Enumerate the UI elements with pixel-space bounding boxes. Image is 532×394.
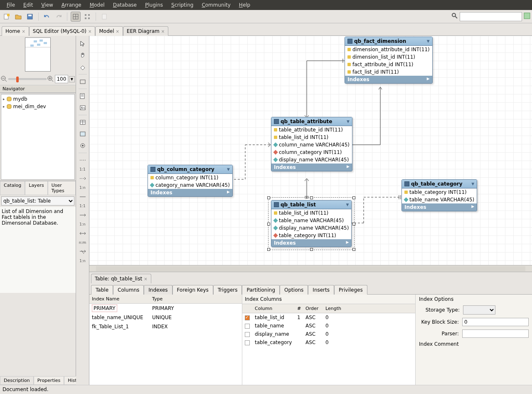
sidetab-catalog[interactable]: Catalog xyxy=(0,181,25,195)
grid-button[interactable] xyxy=(82,12,92,22)
menu-model[interactable]: Model xyxy=(86,0,109,10)
tool-rel-1-n-id[interactable] xyxy=(78,211,87,220)
zoom-input[interactable] xyxy=(55,75,68,83)
entity-qb-table-list[interactable]: qb_table_list▼ table_list_id INT(11) tab… xyxy=(271,200,352,247)
desctab-description[interactable]: Description xyxy=(0,376,34,385)
subtab-options[interactable]: Options xyxy=(280,285,308,295)
tool-rel-existing[interactable] xyxy=(78,247,87,256)
index-row[interactable]: table_name_UNIQUE UNIQUE xyxy=(89,313,242,322)
catalog-item-mei-dim-dev[interactable]: ▸ mei_dim_dev xyxy=(2,103,74,110)
navigator-preview[interactable] xyxy=(0,36,76,73)
arrow-right-icon[interactable]: ▶ xyxy=(346,240,349,246)
index-row-primary[interactable]: PRIMARY PRIMARY xyxy=(89,304,242,313)
redo-button[interactable] xyxy=(54,12,64,22)
index-column-row[interactable]: display_name ASC 0 xyxy=(242,330,415,338)
eer-canvas[interactable]: qb_fact_dimension▼ dimension_attribute_i… xyxy=(89,36,532,265)
subtab-triggers[interactable]: Triggers xyxy=(213,285,242,295)
index-column-row[interactable]: table_name ASC 0 xyxy=(242,322,415,330)
tool-layer[interactable] xyxy=(78,77,87,86)
close-icon[interactable]: × xyxy=(22,29,25,34)
sidetab-user-types[interactable]: User Types xyxy=(48,181,76,195)
editor-tab[interactable]: Table: qb_table_list× xyxy=(91,274,151,283)
search-input[interactable] xyxy=(460,12,522,21)
subtab-inserts[interactable]: Inserts xyxy=(308,285,334,295)
tool-rel-1-n-nonid[interactable] xyxy=(78,174,87,183)
tool-view[interactable] xyxy=(78,129,87,139)
tool-eraser[interactable] xyxy=(78,62,87,72)
checkbox[interactable] xyxy=(245,315,250,320)
tool-image[interactable] xyxy=(78,103,87,112)
index-row[interactable]: fk_Table_List_1 INDEX xyxy=(89,322,242,331)
zoom-dropdown[interactable]: ▼ xyxy=(69,76,75,82)
new-file-button[interactable] xyxy=(2,12,12,22)
menu-community[interactable]: Community xyxy=(197,0,234,10)
tab-model[interactable]: Model× xyxy=(95,26,123,36)
grid-toggle-button[interactable] xyxy=(71,12,81,22)
tab-eer-diagram[interactable]: EER Diagram× xyxy=(123,26,168,36)
subtab-privileges[interactable]: Privileges xyxy=(334,285,367,295)
tool-rel-1-1-id[interactable] xyxy=(78,192,87,201)
subtab-table[interactable]: Table xyxy=(91,285,113,295)
tool-pointer[interactable] xyxy=(78,39,87,48)
close-icon[interactable]: × xyxy=(116,29,119,34)
checkbox[interactable] xyxy=(245,324,250,329)
arrow-right-icon[interactable]: ▶ xyxy=(227,190,230,196)
tool-table[interactable] xyxy=(78,118,87,127)
tool-note[interactable] xyxy=(78,92,87,101)
storage-type-select[interactable] xyxy=(463,305,495,315)
desctab-properties[interactable]: Properties xyxy=(34,376,64,385)
save-button[interactable] xyxy=(25,12,35,22)
subtab-foreign-keys[interactable]: Foreign Keys xyxy=(172,285,213,295)
arrow-right-icon[interactable]: ▶ xyxy=(427,77,430,82)
chevron-down-icon[interactable]: ▼ xyxy=(427,39,430,43)
zoom-out-icon[interactable] xyxy=(1,76,7,82)
object-selector[interactable]: qb_table_list: Table xyxy=(1,196,74,206)
sidetab-layers[interactable]: Layers xyxy=(25,181,47,195)
subtab-columns[interactable]: Columns xyxy=(113,285,144,295)
subtab-partitioning[interactable]: Partitioning xyxy=(242,285,280,295)
parser-input[interactable] xyxy=(462,330,529,338)
menu-edit[interactable]: Edit xyxy=(19,0,37,10)
canvas-scrollbar[interactable] xyxy=(89,265,532,272)
close-icon[interactable]: × xyxy=(144,277,147,281)
menu-arrange[interactable]: Arrange xyxy=(57,0,86,10)
entity-qb-table-category[interactable]: qb_table_category▼ table_category INT(11… xyxy=(401,179,477,211)
tab-home[interactable]: Home× xyxy=(2,26,29,36)
menu-file[interactable]: File xyxy=(2,0,19,10)
entity-qb-column-category[interactable]: qb_column_category▼ column_category INT(… xyxy=(148,165,233,197)
subtab-indexes[interactable]: Indexes xyxy=(144,285,172,295)
menu-view[interactable]: View xyxy=(37,0,57,10)
menu-database[interactable]: Database xyxy=(109,0,141,10)
menu-plugins[interactable]: Plugins xyxy=(141,0,167,10)
chevron-down-icon[interactable]: ▼ xyxy=(471,182,474,186)
index-column-row[interactable]: table_list_id 1 ASC 0 xyxy=(242,313,415,322)
checkbox[interactable] xyxy=(245,332,250,337)
arrow-right-icon[interactable]: ▶ xyxy=(471,204,474,210)
checkbox[interactable] xyxy=(245,340,250,345)
tab-sql-editor[interactable]: SQL Editor (MySQL-0)× xyxy=(29,26,96,36)
search-go-icon[interactable] xyxy=(524,12,530,20)
open-file-button[interactable] xyxy=(13,12,23,22)
tool-hand[interactable] xyxy=(78,51,87,60)
undo-button[interactable] xyxy=(42,12,52,22)
entity-qb-fact-dimension[interactable]: qb_fact_dimension▼ dimension_attribute_i… xyxy=(345,37,433,84)
menu-help[interactable]: Help xyxy=(235,0,254,10)
key-block-input[interactable] xyxy=(462,318,529,326)
chevron-down-icon[interactable]: ▼ xyxy=(227,167,230,171)
entity-qb-table-attribute[interactable]: qb_table_attribute▼ table_attribute_id I… xyxy=(271,117,352,171)
close-icon[interactable]: × xyxy=(161,29,165,34)
page-button[interactable] xyxy=(99,12,109,22)
index-column-row[interactable]: table_category ASC 0 xyxy=(242,338,415,347)
tree-arrow-icon[interactable]: ▸ xyxy=(3,104,5,109)
arrow-right-icon[interactable]: ▶ xyxy=(347,164,350,170)
catalog-tree[interactable]: ▸ mydb ▸ mei_dim_dev xyxy=(1,94,75,180)
tree-arrow-icon[interactable]: ▸ xyxy=(3,97,5,101)
tool-rel-1-1-nonid[interactable] xyxy=(78,156,87,165)
tool-rel-n-m[interactable] xyxy=(78,229,87,238)
zoom-in-icon[interactable] xyxy=(47,76,54,82)
chevron-down-icon[interactable]: ▼ xyxy=(346,203,349,207)
close-icon[interactable]: × xyxy=(88,29,91,34)
menu-scripting[interactable]: Scripting xyxy=(167,0,197,10)
chevron-down-icon[interactable]: ▼ xyxy=(347,119,350,124)
tool-routine[interactable] xyxy=(78,141,87,150)
